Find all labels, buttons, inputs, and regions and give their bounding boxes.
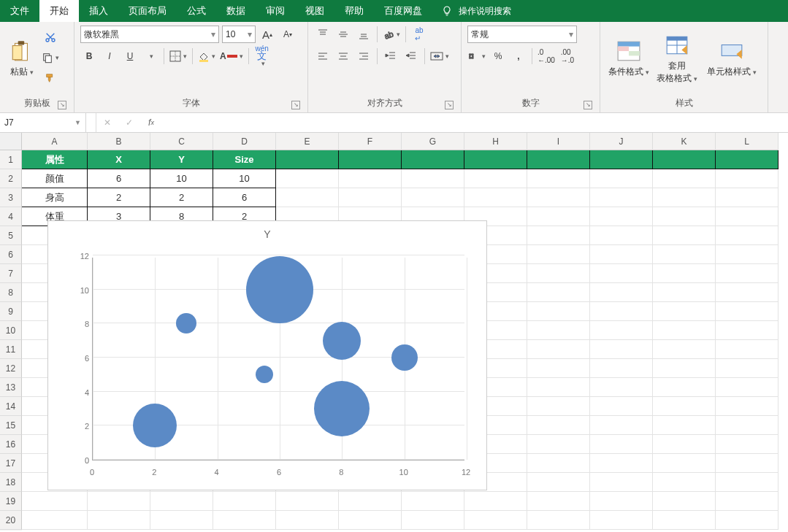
underline-more-button[interactable] xyxy=(142,47,159,65)
cell-E1[interactable] xyxy=(276,150,339,169)
underline-button[interactable]: U xyxy=(121,47,139,65)
cell-I11[interactable] xyxy=(527,340,590,359)
cell-J17[interactable] xyxy=(590,454,653,473)
cell-L7[interactable] xyxy=(716,264,779,283)
format-painter-button[interactable] xyxy=(41,69,60,87)
cell-D3[interactable]: 6 xyxy=(213,188,276,207)
cell-L2[interactable] xyxy=(716,169,779,188)
increase-indent-button[interactable] xyxy=(402,47,420,65)
cell-L13[interactable] xyxy=(716,378,779,397)
clipboard-launcher-icon[interactable]: ↘ xyxy=(58,101,66,109)
bubble-point[interactable] xyxy=(256,366,273,383)
row-header-16[interactable]: 16 xyxy=(0,435,22,454)
cell-L10[interactable] xyxy=(716,321,779,340)
name-box[interactable]: J7▼ xyxy=(0,113,86,132)
cell-K1[interactable] xyxy=(653,150,716,169)
cell-K2[interactable] xyxy=(653,169,716,188)
cell-L19[interactable] xyxy=(716,492,779,511)
cell-F20[interactable] xyxy=(339,511,402,530)
cell-L20[interactable] xyxy=(716,511,779,530)
cell-E20[interactable] xyxy=(276,511,339,530)
cell-I15[interactable] xyxy=(527,416,590,435)
cell-J7[interactable] xyxy=(590,264,653,283)
row-header-8[interactable]: 8 xyxy=(0,283,22,302)
cell-A1[interactable]: 属性 xyxy=(22,150,88,169)
cell-G1[interactable] xyxy=(402,150,464,169)
cell-L12[interactable] xyxy=(716,359,779,378)
merge-button[interactable] xyxy=(429,47,450,65)
cell-I6[interactable] xyxy=(527,245,590,264)
row-header-9[interactable]: 9 xyxy=(0,302,22,321)
align-middle-button[interactable] xyxy=(334,26,352,43)
number-launcher-icon[interactable]: ↘ xyxy=(584,101,592,109)
percent-button[interactable]: % xyxy=(489,47,507,65)
tab-review[interactable]: 审阅 xyxy=(256,0,295,22)
row-header-13[interactable]: 13 xyxy=(0,378,22,397)
cell-I3[interactable] xyxy=(527,188,590,207)
fill-color-button[interactable] xyxy=(197,47,216,65)
cell-G19[interactable] xyxy=(402,492,464,511)
cell-K13[interactable] xyxy=(653,378,716,397)
cell-J1[interactable] xyxy=(590,150,653,169)
bubble-point[interactable] xyxy=(246,256,313,323)
cell-G20[interactable] xyxy=(402,511,464,530)
cell-J16[interactable] xyxy=(590,435,653,454)
bubble-point[interactable] xyxy=(176,313,196,334)
tab-data[interactable]: 数据 xyxy=(216,0,256,22)
cell-I16[interactable] xyxy=(527,435,590,454)
cell-H1[interactable] xyxy=(464,150,527,169)
formula-input[interactable] xyxy=(162,113,788,132)
conditional-format-button[interactable]: 条件格式 xyxy=(606,26,651,91)
cell-J10[interactable] xyxy=(590,321,653,340)
cell-styles-button[interactable]: 单元格样式 xyxy=(703,26,761,91)
cell-F2[interactable] xyxy=(339,169,402,188)
comma-button[interactable]: , xyxy=(510,47,527,65)
cell-F3[interactable] xyxy=(339,188,402,207)
cell-C3[interactable]: 2 xyxy=(150,188,213,207)
cell-J4[interactable] xyxy=(590,207,653,226)
tab-file[interactable]: 文件 xyxy=(0,0,39,22)
cell-I14[interactable] xyxy=(527,397,590,416)
number-format-combo[interactable]: 常规▾ xyxy=(467,26,577,43)
orientation-button[interactable]: ab xyxy=(382,26,401,43)
cell-G3[interactable] xyxy=(402,188,464,207)
cell-D2[interactable]: 10 xyxy=(213,169,276,188)
cell-E3[interactable] xyxy=(276,188,339,207)
cell-A19[interactable] xyxy=(22,492,88,511)
cut-button[interactable] xyxy=(41,28,60,46)
cell-B3[interactable]: 2 xyxy=(88,188,150,207)
cell-H3[interactable] xyxy=(464,188,527,207)
row-header-5[interactable]: 5 xyxy=(0,226,22,245)
cell-K6[interactable] xyxy=(653,245,716,264)
cell-J12[interactable] xyxy=(590,359,653,378)
cell-J11[interactable] xyxy=(590,340,653,359)
cell-I17[interactable] xyxy=(527,454,590,473)
cell-I12[interactable] xyxy=(527,359,590,378)
row-header-1[interactable]: 1 xyxy=(0,150,22,169)
cell-A20[interactable] xyxy=(22,511,88,530)
cell-K3[interactable] xyxy=(653,188,716,207)
cell-B1[interactable]: X xyxy=(88,150,150,169)
cell-L3[interactable] xyxy=(716,188,779,207)
col-header-E[interactable]: E xyxy=(276,133,339,150)
cell-J20[interactable] xyxy=(590,511,653,530)
row-header-6[interactable]: 6 xyxy=(0,245,22,264)
cell-J13[interactable] xyxy=(590,378,653,397)
cell-J5[interactable] xyxy=(590,226,653,245)
cell-L5[interactable] xyxy=(716,226,779,245)
tell-me-search[interactable]: 操作说明搜索 xyxy=(440,0,511,22)
cell-I9[interactable] xyxy=(527,302,590,321)
decrease-font-button[interactable]: A▾ xyxy=(279,26,297,43)
cell-K18[interactable] xyxy=(653,473,716,492)
cell-I8[interactable] xyxy=(527,283,590,302)
col-header-K[interactable]: K xyxy=(653,133,716,150)
cell-I4[interactable] xyxy=(527,207,590,226)
cell-K10[interactable] xyxy=(653,321,716,340)
cell-A3[interactable]: 身高 xyxy=(22,188,88,207)
tab-insert[interactable]: 插入 xyxy=(79,0,118,22)
font-color-button[interactable]: A xyxy=(219,47,244,65)
font-launcher-icon[interactable]: ↘ xyxy=(291,101,300,109)
cell-L8[interactable] xyxy=(716,283,779,302)
cell-H2[interactable] xyxy=(464,169,527,188)
cell-I1[interactable] xyxy=(527,150,590,169)
